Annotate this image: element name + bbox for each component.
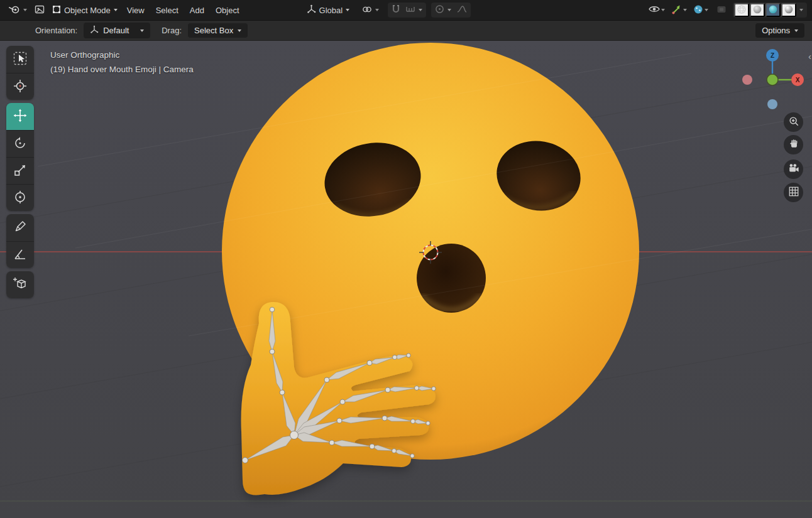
proportional-edit-group	[431, 3, 471, 18]
viewport-display-cluster	[647, 3, 807, 18]
shading-wireframe-button[interactable]	[734, 3, 749, 17]
solid-sphere-icon	[752, 4, 762, 16]
gizmo-axis-y[interactable]	[767, 74, 778, 85]
show-gizmos-dropdown[interactable]	[669, 3, 689, 18]
orientation-value: Global	[319, 6, 343, 15]
xray-icon	[716, 5, 727, 16]
viewport-overlay-text: User Orthographic (19) Hand over Mouth E…	[50, 48, 194, 77]
annotate-pen-icon	[13, 219, 28, 236]
chevron-down-icon	[375, 9, 379, 11]
camera-icon	[787, 163, 799, 176]
shading-rendered-button[interactable]	[781, 3, 796, 17]
pan-button[interactable]	[784, 135, 803, 154]
proportional-edit-toggle[interactable]	[432, 3, 454, 17]
material-sphere-icon	[768, 4, 778, 16]
chevron-down-icon	[419, 9, 422, 11]
add-cube-icon	[13, 276, 28, 293]
transform-snap-cluster: Global	[303, 3, 471, 18]
zoom-button[interactable]	[784, 112, 803, 132]
orientation-select[interactable]: Default	[84, 23, 150, 38]
menu-select[interactable]: Select	[150, 3, 184, 18]
eye-icon	[649, 5, 660, 15]
editor-type-icon	[35, 4, 45, 16]
options-dropdown[interactable]: Options	[755, 23, 804, 38]
header-menus: View Select Add Object	[121, 3, 245, 18]
snap-toggle-button[interactable]	[389, 3, 403, 17]
mode-dropdown[interactable]: Object Mode	[48, 3, 121, 18]
blender-menu-button[interactable]	[5, 3, 31, 18]
drag-select-value: Select Box	[194, 26, 233, 35]
orientation-axes-icon	[307, 4, 316, 16]
cursor-tool-icon	[13, 78, 28, 95]
show-overlays-dropdown[interactable]	[691, 3, 710, 18]
object-visibility-dropdown[interactable]	[647, 4, 667, 16]
nav-axis-gizmo[interactable]: Z X	[735, 47, 810, 119]
gizmo-z-label: Z	[771, 52, 774, 59]
scale-icon	[13, 163, 28, 180]
drag-label: Drag:	[162, 26, 182, 35]
tool-transform[interactable]	[6, 184, 34, 211]
camera-view-button[interactable]	[784, 159, 803, 179]
viewport-3d[interactable]: User Orthographic (19) Hand over Mouth E…	[0, 41, 812, 518]
chevron-down-icon	[238, 30, 241, 32]
rendered-sphere-icon	[784, 4, 794, 16]
chevron-down-icon	[447, 9, 451, 11]
chevron-down-icon	[794, 30, 798, 32]
proportional-falloff-dropdown[interactable]	[454, 4, 469, 16]
topbar: Object Mode View Select Add Object Globa…	[0, 0, 812, 21]
chevron-down-icon	[683, 9, 687, 11]
select-box-icon	[13, 51, 28, 68]
active-object-text: (19) Hand over Mouth Emoji | Camera	[50, 62, 194, 77]
tool-scale[interactable]	[6, 157, 34, 184]
move-icon	[13, 108, 28, 125]
object-mode-icon	[52, 5, 61, 16]
gizmo-axis-neg-z[interactable]	[767, 99, 777, 109]
gizmo-axis-neg-x[interactable]	[742, 75, 752, 85]
view-name-text: User Orthographic	[50, 48, 194, 62]
blender-logo-icon	[9, 5, 20, 16]
chevron-down-icon	[114, 9, 118, 11]
grid-icon	[788, 186, 799, 199]
shading-material-button[interactable]	[765, 3, 781, 17]
chevron-down-icon	[661, 9, 665, 11]
orientation-select-value: Default	[103, 26, 136, 35]
snap-increment-icon	[406, 5, 415, 15]
shading-mode-group	[733, 3, 807, 18]
chevron-down-icon	[23, 9, 27, 11]
tool-measure[interactable]	[6, 241, 34, 268]
tool-move[interactable]	[6, 103, 34, 130]
emoji-mouth	[417, 244, 486, 313]
proportional-circle-icon	[435, 4, 444, 16]
mode-dropdown-label: Object Mode	[64, 6, 111, 15]
xray-toggle[interactable]	[713, 3, 730, 18]
chevron-down-icon	[705, 9, 708, 11]
chevron-down-icon	[140, 30, 144, 32]
chevron-down-icon	[799, 9, 803, 11]
shading-dropdown[interactable]	[797, 8, 806, 13]
gizmo-arrow-icon	[671, 4, 682, 16]
shading-solid-button[interactable]	[750, 3, 765, 17]
sidebar-toggle-arrow[interactable]: ‹	[808, 52, 811, 61]
snap-settings-dropdown[interactable]	[403, 4, 425, 16]
menu-add[interactable]: Add	[184, 3, 210, 18]
transform-orientation-dropdown[interactable]: Global	[303, 3, 354, 18]
tool-annotate[interactable]	[6, 214, 34, 241]
tool-rotate[interactable]	[6, 130, 34, 157]
drag-select[interactable]: Select Box	[188, 23, 248, 38]
tool-cursor[interactable]	[6, 73, 34, 100]
perspective-toggle-button[interactable]	[784, 183, 803, 202]
menu-object[interactable]: Object	[210, 3, 245, 18]
pivot-icon	[362, 5, 372, 16]
falloff-curve-icon	[457, 5, 467, 15]
editor-type-button[interactable]	[31, 3, 48, 18]
tool-add-cube[interactable]	[6, 271, 34, 298]
pivot-point-dropdown[interactable]	[358, 3, 383, 18]
wireframe-sphere-icon	[737, 4, 747, 16]
tool-select-box[interactable]	[6, 46, 34, 73]
menu-view[interactable]: View	[121, 3, 150, 18]
orientation-axes-icon	[90, 25, 99, 36]
snapping-group	[388, 3, 426, 18]
viewport-scene[interactable]	[0, 41, 812, 518]
measure-icon	[13, 247, 28, 264]
rotate-icon	[13, 136, 28, 153]
